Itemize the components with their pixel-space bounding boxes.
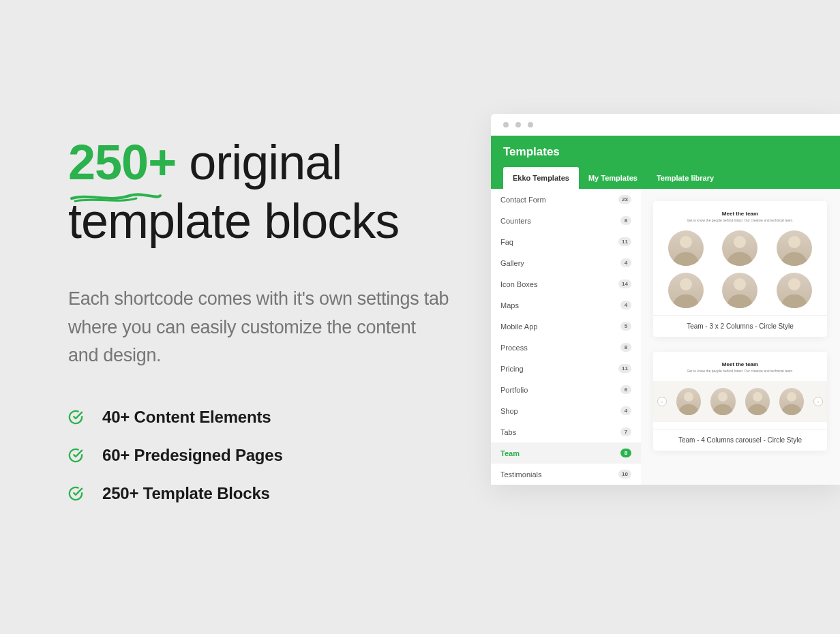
- sidebar-item-label: Mobile App: [500, 322, 537, 331]
- sidebar-item-label: Maps: [500, 301, 519, 310]
- avatar: [745, 388, 770, 415]
- avatar: [668, 230, 704, 266]
- sidebar-item-team[interactable]: Team8: [491, 442, 641, 464]
- templates-header: Templates Ekko Templates My Templates Te…: [491, 136, 840, 189]
- feature-list: 40+ Content Elements 60+ Predesigned Pag…: [68, 408, 450, 503]
- sidebar-item-label: Contact Form: [500, 196, 546, 204]
- sidebar-item-counters[interactable]: Counters8: [491, 210, 641, 231]
- sidebar-item-shop[interactable]: Shop4: [491, 400, 641, 421]
- feature-text: 250+ Template Blocks: [102, 484, 270, 503]
- main-heading: 250+ original template blocks: [68, 133, 450, 251]
- feature-item: 250+ Template Blocks: [68, 484, 450, 503]
- count-badge: 4: [620, 301, 631, 310]
- preview-sub: Get to know the people behind Intact. Ou…: [664, 369, 816, 373]
- sidebar-item-label: Counters: [500, 217, 531, 225]
- count-badge: 5: [620, 322, 631, 331]
- count-badge: 23: [618, 195, 631, 204]
- feature-item: 40+ Content Elements: [68, 408, 450, 427]
- count-badge: 11: [618, 364, 631, 373]
- templates-title: Templates: [503, 145, 828, 159]
- marketing-panel: 250+ original template blocks Each short…: [68, 133, 450, 522]
- tab-template-library[interactable]: Template library: [647, 167, 723, 189]
- tab-ekko-templates[interactable]: Ekko Templates: [503, 167, 579, 189]
- subtext: Each shortcode comes with it's own setti…: [68, 285, 450, 371]
- tabs: Ekko Templates My Templates Template lib…: [503, 167, 828, 189]
- preview-heading: Meet the team: [664, 361, 816, 367]
- avatar: [722, 230, 758, 266]
- count-badge: 11: [618, 237, 631, 246]
- check-circle-icon: [68, 486, 83, 501]
- window-dot: [528, 122, 533, 127]
- count-badge: 8: [620, 449, 631, 457]
- heading-accent: 250+: [68, 133, 176, 192]
- count-badge: 4: [620, 406, 631, 415]
- sidebar-item-label: Tabs: [500, 428, 516, 436]
- preview-caption: Team - 3 x 2 Columns - Circle Style: [653, 315, 827, 337]
- window-controls: [491, 114, 840, 136]
- preview-area: Meet the team Get to know the people beh…: [641, 189, 840, 485]
- preview-inner: Meet the team Get to know the people beh…: [653, 201, 827, 315]
- carousel-prev-icon[interactable]: ‹: [657, 397, 667, 406]
- category-sidebar: Contact Form23Counters8Faq11Gallery4Icon…: [491, 189, 641, 485]
- check-circle-icon: [68, 410, 83, 425]
- avatar: [668, 273, 704, 308]
- count-badge: 4: [620, 258, 631, 267]
- count-badge: 8: [620, 343, 631, 352]
- avatar: [710, 388, 735, 415]
- avatar: [777, 230, 812, 266]
- sidebar-item-label: Icon Boxes: [500, 280, 537, 288]
- sidebar-item-label: Gallery: [500, 259, 524, 267]
- preview-sub: Get to know the people behind Intact. Ou…: [664, 218, 816, 222]
- sidebar-item-testimonials[interactable]: Testimonials10: [491, 464, 641, 485]
- window-dot: [515, 122, 521, 127]
- preview-heading: Meet the team: [664, 211, 816, 217]
- sidebar-item-contact-form[interactable]: Contact Form23: [491, 189, 641, 210]
- sidebar-item-faq[interactable]: Faq11: [491, 231, 641, 252]
- avatar: [676, 388, 701, 415]
- window-dot: [503, 122, 509, 127]
- templates-body: Contact Form23Counters8Faq11Gallery4Icon…: [491, 189, 840, 485]
- count-badge: 14: [618, 280, 631, 288]
- avatar: [777, 273, 812, 308]
- carousel-row: ‹ ›: [653, 381, 827, 422]
- sidebar-item-label: Shop: [500, 407, 518, 415]
- preview-inner: Meet the team Get to know the people beh…: [653, 352, 827, 429]
- sidebar-item-tabs[interactable]: Tabs7: [491, 421, 641, 442]
- avatar: [722, 273, 758, 308]
- count-badge: 7: [620, 427, 631, 436]
- sidebar-item-label: Faq: [500, 238, 513, 246]
- sidebar-item-icon-boxes[interactable]: Icon Boxes14: [491, 273, 641, 295]
- tab-my-templates[interactable]: My Templates: [579, 167, 647, 189]
- sidebar-item-label: Process: [500, 344, 528, 352]
- avatar: [779, 388, 804, 415]
- preview-card[interactable]: Meet the team Get to know the people beh…: [653, 352, 827, 451]
- feature-text: 60+ Predesigned Pages: [102, 446, 283, 465]
- check-circle-icon: [68, 448, 83, 463]
- browser-mockup: Templates Ekko Templates My Templates Te…: [491, 114, 840, 485]
- count-badge: 10: [618, 470, 631, 479]
- team-grid: [664, 230, 816, 308]
- carousel-next-icon[interactable]: ›: [813, 397, 823, 406]
- sidebar-item-label: Pricing: [500, 365, 524, 373]
- sidebar-item-maps[interactable]: Maps4: [491, 295, 641, 316]
- underline-scribble-icon: [68, 190, 164, 204]
- feature-item: 60+ Predesigned Pages: [68, 446, 450, 465]
- feature-text: 40+ Content Elements: [102, 408, 271, 427]
- count-badge: 8: [620, 216, 631, 225]
- sidebar-item-label: Testimonials: [500, 470, 542, 479]
- sidebar-item-label: Team: [500, 449, 520, 457]
- sidebar-item-portfolio[interactable]: Portfolio6: [491, 379, 641, 400]
- sidebar-item-process[interactable]: Process8: [491, 337, 641, 358]
- preview-caption: Team - 4 Columns carousel - Circle Style: [653, 429, 827, 451]
- sidebar-item-mobile-app[interactable]: Mobile App5: [491, 316, 641, 337]
- count-badge: 6: [620, 385, 631, 394]
- preview-card[interactable]: Meet the team Get to know the people beh…: [653, 201, 827, 337]
- sidebar-item-label: Portfolio: [500, 386, 528, 394]
- sidebar-item-gallery[interactable]: Gallery4: [491, 252, 641, 273]
- sidebar-item-pricing[interactable]: Pricing11: [491, 358, 641, 379]
